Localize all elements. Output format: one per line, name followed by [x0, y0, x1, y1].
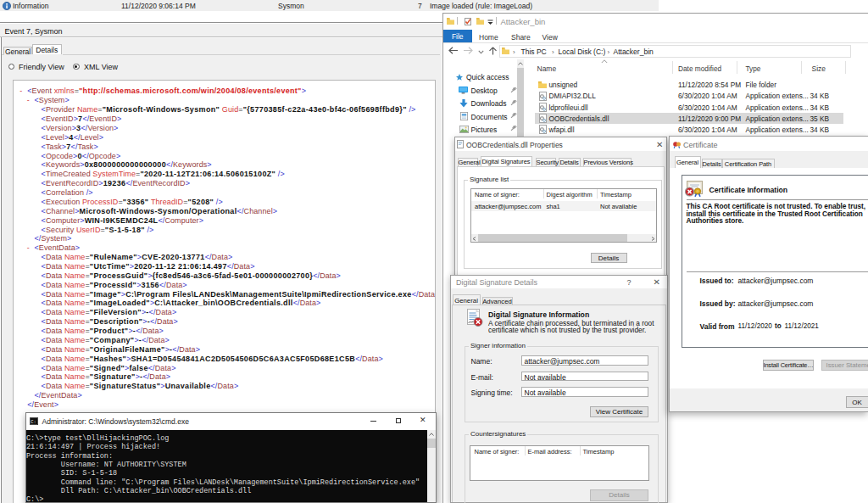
svg-text:C:: C:	[31, 418, 36, 424]
